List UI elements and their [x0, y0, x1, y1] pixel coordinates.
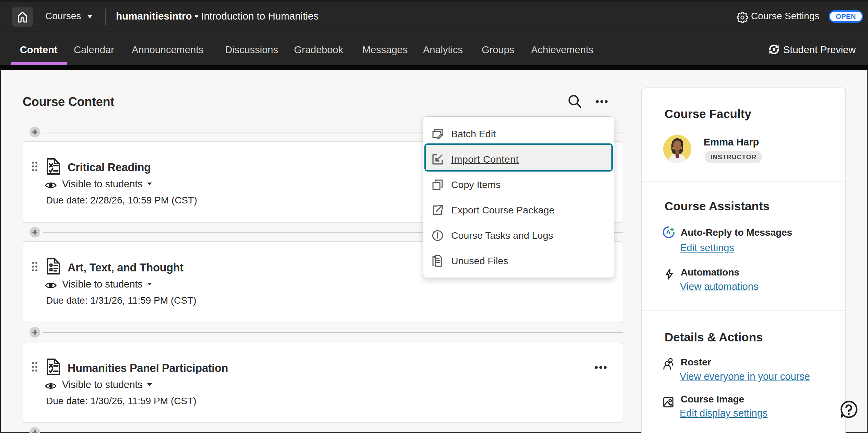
svg-text:A: A [666, 229, 671, 236]
